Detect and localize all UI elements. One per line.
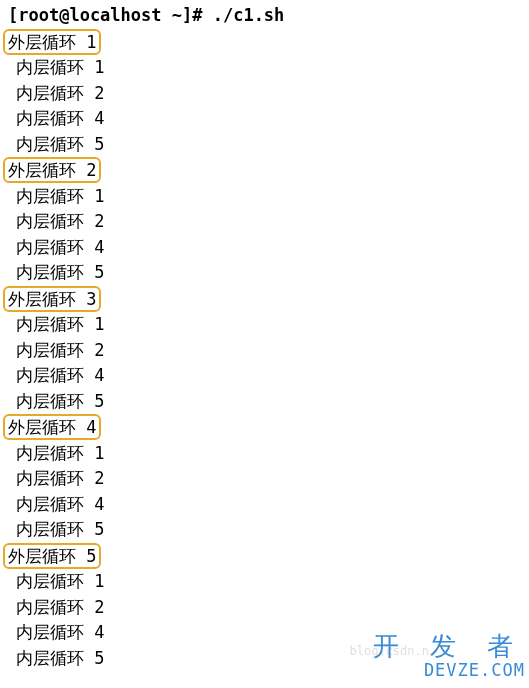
outer-loop-line: 外层循环 2 [8, 157, 521, 184]
inner-loop-line: 内层循环 5 [8, 389, 521, 415]
inner-loop-line: 内层循环 1 [8, 312, 521, 338]
inner-loop-line: 内层循环 5 [8, 132, 521, 158]
inner-loop-line: 内层循环 1 [8, 184, 521, 210]
inner-loop-line: 内层循环 1 [8, 441, 521, 467]
outer-loop-highlight: 外层循环 4 [3, 414, 101, 440]
inner-loop-line: 内层循环 2 [8, 81, 521, 107]
outer-loop-line: 外层循环 3 [8, 286, 521, 313]
outer-loop-highlight: 外层循环 2 [3, 157, 101, 183]
inner-loop-line: 内层循环 2 [8, 595, 521, 621]
outer-loop-line: 外层循环 5 [8, 543, 521, 570]
inner-loop-line: 内层循环 1 [8, 569, 521, 595]
inner-loop-line: 内层循环 5 [8, 646, 521, 672]
inner-loop-line: 内层循环 2 [8, 209, 521, 235]
outer-loop-highlight: 外层循环 3 [3, 286, 101, 312]
inner-loop-line: 内层循环 2 [8, 338, 521, 364]
inner-loop-line: 内层循环 4 [8, 235, 521, 261]
inner-loop-line: 内层循环 4 [8, 620, 521, 646]
terminal-output: [root@localhost ~]# ./c1.sh 外层循环 1内层循环 1… [0, 0, 529, 688]
outer-loop-line: 外层循环 1 [8, 29, 521, 56]
inner-loop-line: 内层循环 2 [8, 466, 521, 492]
outer-loop-highlight: 外层循环 5 [3, 543, 101, 569]
prompt-end-line[interactable]: [root@localhost ~]# [8, 671, 521, 688]
outer-loop-highlight: 外层循环 1 [3, 29, 101, 55]
inner-loop-line: 内层循环 4 [8, 492, 521, 518]
output-container: 外层循环 1内层循环 1内层循环 2内层循环 4内层循环 5外层循环 2内层循环… [8, 29, 521, 672]
inner-loop-line: 内层循环 4 [8, 363, 521, 389]
inner-loop-line: 内层循环 1 [8, 55, 521, 81]
inner-loop-line: 内层循环 4 [8, 106, 521, 132]
inner-loop-line: 内层循环 5 [8, 260, 521, 286]
inner-loop-line: 内层循环 5 [8, 517, 521, 543]
outer-loop-line: 外层循环 4 [8, 414, 521, 441]
prompt-command-line: [root@localhost ~]# ./c1.sh [8, 3, 521, 29]
